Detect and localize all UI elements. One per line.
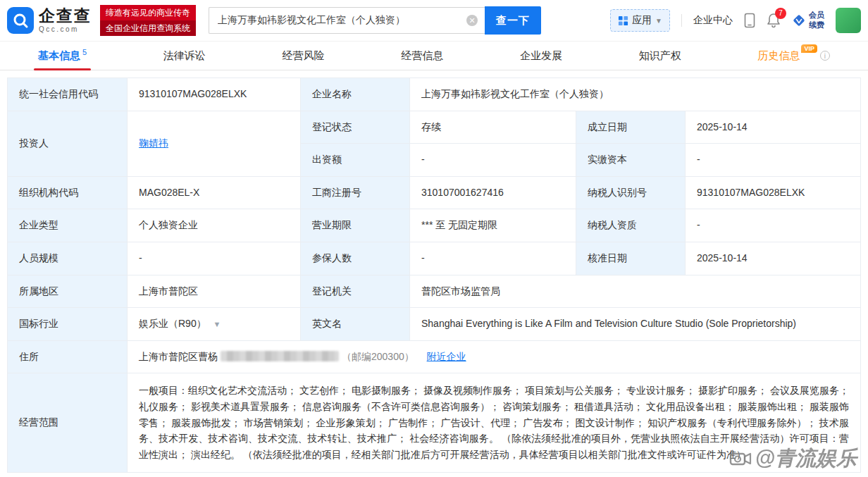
member-line2: 续费 <box>809 20 824 30</box>
established-label: 成立日期 <box>576 111 686 144</box>
chevron-down-icon: ▼ <box>655 17 662 25</box>
business-scope-value: 一般项目：组织文化艺术交流活动； 文艺创作； 电影摄制服务； 摄像及视频制作服务… <box>128 373 861 472</box>
english-name-label: 英文名 <box>301 308 410 341</box>
region-label: 所属地区 <box>8 275 128 308</box>
business-term-value: *** 至 无固定期限 <box>410 209 576 242</box>
header-right-cluster: 应用 ▼ 企业中心 7 会员 续费 <box>610 8 861 33</box>
notification-badge: 7 <box>775 8 786 19</box>
company-type-label: 企业类型 <box>8 209 128 242</box>
qcc-logo[interactable]: 企查查 Qcc.com <box>7 7 92 34</box>
search-input[interactable] <box>209 7 485 34</box>
tab-development[interactable]: 企业发展 <box>516 42 566 70</box>
apps-menu-button[interactable]: 应用 ▼ <box>610 9 670 32</box>
mobile-app-button[interactable] <box>744 13 755 28</box>
member-renew-label: 会员 续费 <box>809 11 824 30</box>
approval-date-value: 2025-10-14 <box>686 242 861 275</box>
taxpayer-id-value: 91310107MAG028ELXK <box>686 176 861 209</box>
tab-history-label: 历史信息 <box>757 49 800 63</box>
table-row: 住所 上海市普陀区曹杨（邮编200300） 附近企业 <box>8 340 861 373</box>
table-row: 人员规模 - 参保人数 - 核准日期 2025-10-14 <box>8 242 861 275</box>
notifications-button[interactable]: 7 <box>767 13 781 28</box>
business-term-label: 营业期限 <box>301 209 410 242</box>
paid-capital-value: - <box>686 144 861 177</box>
table-row: 企业类型 个人独资企业 营业期限 *** 至 无固定期限 纳税人资质 - <box>8 209 861 242</box>
credit-code-label: 统一社会信用代码 <box>8 78 128 111</box>
tab-intellectual-property-label: 知识产权 <box>639 49 681 63</box>
search-bar: ✕ 查一下 <box>209 6 541 35</box>
reg-number-value: 310107001627416 <box>410 176 576 209</box>
member-renew-button[interactable]: 会员 续费 <box>792 11 824 30</box>
user-avatar[interactable] <box>836 8 861 33</box>
table-row: 经营范围 一般项目：组织文化艺术交流活动； 文艺创作； 电影摄制服务； 摄像及视… <box>8 373 861 472</box>
search-box: ✕ <box>209 7 485 34</box>
table-row: 投资人 鞠婧祎 登记状态 存续 成立日期 2025-10-14 <box>8 111 861 144</box>
tab-basic-info-label: 基本信息 <box>38 49 80 63</box>
company-info-section: 统一社会信用代码 91310107MAG028ELXK 企业名称 上海万事如祎影… <box>0 70 868 477</box>
table-row: 国标行业 娱乐业（R90） ▼ 英文名 Shanghai Everything … <box>8 308 861 341</box>
table-row: 组织机构代码 MAG028EL-X 工商注册号 310107001627416 … <box>8 176 861 209</box>
business-scope-label: 经营范围 <box>8 373 128 472</box>
top-header: 企查查 Qcc.com 缔造有远见的商业传奇 全国企业信用查询系统 ✕ 查一下 … <box>0 0 868 41</box>
industry-expand-chevron-icon[interactable]: ▼ <box>213 320 221 328</box>
slogan-line2: 全国企业信用查询系统 <box>100 20 196 36</box>
tab-operation-info[interactable]: 经营信息 <box>397 42 447 70</box>
address-value: 上海市普陀区曹杨（邮编200300） 附近企业 <box>128 340 861 373</box>
vip-badge: VIP <box>801 44 817 53</box>
org-code-value: MAG028EL-X <box>128 176 301 209</box>
industry-value: 娱乐业（R90） ▼ <box>128 308 301 341</box>
reg-authority-label: 登记机关 <box>301 275 410 308</box>
tab-legal[interactable]: 法律诉讼 <box>159 42 210 70</box>
apps-grid-icon <box>618 16 628 26</box>
established-value: 2025-10-14 <box>686 111 861 144</box>
investor-link[interactable]: 鞠婧祎 <box>139 137 168 149</box>
qcc-logo-icon <box>7 7 34 34</box>
tab-operation-risk[interactable]: 经营风险 <box>278 42 329 70</box>
phone-icon <box>744 13 755 28</box>
tab-operation-risk-label: 经营风险 <box>283 49 325 63</box>
business-scope-text: 一般项目：组织文化艺术交流活动； 文艺创作； 电影摄制服务； 摄像及视频制作服务… <box>139 383 849 462</box>
section-tabs: 基本信息 5 法律诉讼 经营风险 经营信息 企业发展 知识产权 历史信息 VIP… <box>0 41 868 70</box>
taxpayer-quality-value: - <box>686 209 861 242</box>
staff-size-label: 人员规模 <box>8 242 128 275</box>
investor-value: 鞠婧祎 <box>128 111 301 176</box>
reg-authority-value: 普陀区市场监管局 <box>410 275 861 308</box>
logo-subtitle: Qcc.com <box>39 26 92 33</box>
qcc-logo-text: 企查查 Qcc.com <box>39 8 92 33</box>
address-postcode: （邮编200300） <box>342 351 414 362</box>
tab-development-label: 企业发展 <box>520 49 562 63</box>
company-type-value: 个人独资企业 <box>128 209 301 242</box>
apps-menu-label: 应用 <box>632 14 652 27</box>
reg-number-label: 工商注册号 <box>301 176 410 209</box>
member-line1: 会员 <box>809 11 824 20</box>
industry-label: 国标行业 <box>8 308 128 341</box>
org-code-label: 组织机构代码 <box>8 176 128 209</box>
insured-count-value: - <box>410 242 576 275</box>
paid-capital-label: 实缴资本 <box>576 144 686 177</box>
tab-operation-info-label: 经营信息 <box>401 49 443 63</box>
reg-status-label: 登记状态 <box>301 111 410 144</box>
tab-history-info[interactable]: 历史信息 VIP i <box>753 42 834 70</box>
region-value: 上海市普陀区 <box>128 275 301 308</box>
staff-size-value: - <box>128 242 301 275</box>
member-crown-icon <box>792 13 806 27</box>
approval-date-label: 核准日期 <box>576 242 686 275</box>
clear-search-icon[interactable]: ✕ <box>466 15 478 26</box>
industry-text: 娱乐业（R90） <box>139 318 206 329</box>
investor-label: 投资人 <box>8 111 128 176</box>
search-button[interactable]: 查一下 <box>485 6 541 35</box>
address-redacted-blur <box>221 351 339 361</box>
header-divider <box>681 14 682 27</box>
nearby-companies-link[interactable]: 附近企业 <box>427 351 466 362</box>
contribution-label: 出资额 <box>301 144 410 177</box>
tab-intellectual-property[interactable]: 知识产权 <box>635 42 686 70</box>
address-label: 住所 <box>8 340 128 373</box>
tab-basic-info-count: 5 <box>82 48 87 56</box>
table-row: 统一社会信用代码 91310107MAG028ELXK 企业名称 上海万事如祎影… <box>8 78 861 111</box>
tab-legal-label: 法律诉讼 <box>163 49 206 63</box>
table-row: 所属地区 上海市普陀区 登记机关 普陀区市场监管局 <box>8 275 861 308</box>
enterprise-center-link[interactable]: 企业中心 <box>693 14 733 27</box>
company-name-value: 上海万事如祎影视文化工作室（个人独资） <box>410 78 861 111</box>
insured-count-label: 参保人数 <box>301 242 410 275</box>
tab-basic-info[interactable]: 基本信息 5 <box>34 42 91 70</box>
info-circle-icon: i <box>820 51 830 61</box>
